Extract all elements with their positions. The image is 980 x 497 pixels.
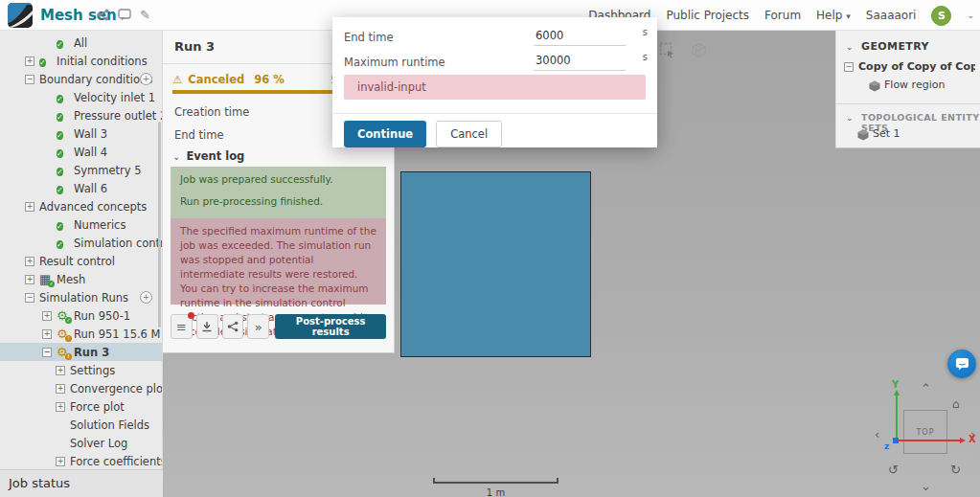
expand-icon[interactable]: + — [56, 366, 65, 375]
job-status-bar[interactable]: Job status — [0, 469, 163, 497]
tree-item-advanced-concepts[interactable]: +Advanced concepts — [0, 197, 162, 215]
tree-item-solver-log[interactable]: Solver Log — [0, 434, 162, 452]
expand-icon[interactable]: + — [25, 56, 34, 66]
home-view-icon[interactable]: ⌂ — [952, 397, 960, 411]
tree-item-label: Solution Fields — [70, 418, 149, 432]
maximum-runtime-input[interactable] — [534, 52, 626, 70]
nav-link-forum[interactable]: Forum — [764, 9, 801, 22]
tree-item-label: Simulation control — [74, 237, 163, 250]
sidebar-scrollbar[interactable] — [158, 122, 161, 328]
post-process-results-button[interactable]: Post-process results — [275, 314, 386, 339]
solid-cube-icon — [857, 129, 869, 141]
dialog-field-label: End time — [344, 31, 394, 44]
event-list-button[interactable]: ≡ — [171, 314, 193, 339]
warning-badge-icon: ! — [65, 335, 72, 342]
tree-item-wall-4[interactable]: ✓Wall 4 — [0, 143, 162, 161]
tree-item-run-951-15-6-m[interactable]: +⚙!Run 951 15.6 M — [0, 325, 162, 343]
tree-item-mesh[interactable]: +▦✓Mesh — [0, 270, 162, 288]
input-underline — [534, 27, 626, 46]
tree-item-simulation-control[interactable]: ✓Simulation control — [0, 234, 162, 252]
expand-icon[interactable]: + — [42, 311, 52, 321]
tree-item-force-coefficients-plot[interactable]: +Force coefficients plot — [0, 452, 162, 469]
nav-cube-top-face[interactable]: TOP — [903, 410, 947, 454]
mesh-clip-icon[interactable] — [691, 42, 707, 61]
rotate-down-arrow[interactable]: ⌄ — [921, 479, 931, 493]
nav-link-public-projects[interactable]: Public Projects — [666, 9, 749, 22]
rotate-up-arrow[interactable]: ⌃ — [921, 381, 931, 395]
collapse-icon[interactable]: − — [25, 293, 34, 303]
tree-item-numerics[interactable]: ✓Numerics — [0, 215, 162, 234]
tree-item-wall-6[interactable]: ✓Wall 6 — [0, 179, 162, 197]
support-chat-button[interactable] — [947, 350, 976, 378]
tree-item-convergence-plots[interactable]: +Convergence plots — [0, 379, 162, 397]
tree-item-initial-conditions[interactable]: +✓Initial conditions — [0, 52, 162, 70]
rotate-cw-icon[interactable]: ↻ — [950, 463, 961, 477]
expand-icon[interactable]: + — [25, 202, 34, 212]
z-axis-label: z — [884, 441, 889, 451]
expand-icon[interactable]: + — [42, 329, 52, 339]
account-chevron-down-icon[interactable]: ⌄ — [967, 11, 974, 20]
add-item-button[interactable]: + — [140, 291, 152, 304]
tree-item-label: Pressure outlet 2 — [74, 109, 163, 123]
flow-region-item[interactable]: Flow region — [884, 79, 945, 91]
box-select-icon[interactable] — [659, 42, 675, 61]
comment-icon[interactable] — [118, 9, 131, 24]
download-button[interactable] — [196, 314, 218, 339]
tree-item-pressure-outlet-2[interactable]: ✓Pressure outlet 2 — [0, 106, 162, 124]
username[interactable]: Saaaaori — [866, 9, 917, 22]
user-avatar[interactable]: S — [931, 6, 951, 26]
unit-label: s — [643, 27, 648, 37]
event-log-header[interactable]: ⌄Event log — [172, 149, 244, 163]
tree-item-force-plot[interactable]: +Force plot — [0, 397, 162, 416]
x-axis-line — [898, 440, 963, 441]
tree-item-run-950-1[interactable]: +⚙✓Run 950-1 — [0, 306, 162, 325]
expand-icon[interactable]: + — [56, 384, 65, 394]
entity-set-item[interactable]: Set 1 — [873, 127, 900, 140]
check-circle-icon: ✓ — [39, 55, 53, 67]
tree-item-wall-3[interactable]: ✓Wall 3 — [0, 124, 162, 143]
chevron-down-icon: ⌄ — [172, 151, 180, 162]
tree-item-run-3[interactable]: −⚙!Run 3 — [0, 343, 162, 361]
tree-item-boundary-conditions[interactable]: −Boundary conditions+ — [0, 70, 162, 88]
tree-item-solution-fields[interactable]: Solution Fields — [0, 416, 162, 434]
check-icon: ✓ — [57, 240, 63, 249]
tree-item-label: Force coefficients plot — [70, 455, 163, 468]
expand-icon[interactable]: + — [56, 457, 65, 466]
tree-item-simulation-runs[interactable]: −Simulation Runs+ — [0, 288, 162, 306]
geometry-item[interactable]: Copy of Copy of Copy of Base_... — [858, 60, 975, 73]
run-status-label: Canceled — [188, 73, 244, 86]
check-circle-icon: ✓ — [57, 237, 70, 249]
cancel-button[interactable]: Cancel — [436, 121, 502, 147]
help-menu[interactable]: Help ▾ — [816, 9, 851, 22]
tree-item-result-control[interactable]: +Result control — [0, 252, 162, 270]
chevron-down-icon[interactable]: ⌄ — [846, 42, 854, 52]
flow-region-geometry[interactable] — [400, 171, 591, 357]
expand-icon[interactable]: + — [56, 402, 65, 412]
dialog-field-row: Maximum runtimes — [332, 50, 657, 75]
check-icon: ✓ — [39, 58, 46, 67]
edit-pencil-icon[interactable]: ✎ — [140, 9, 150, 22]
add-item-button[interactable]: + — [140, 73, 152, 85]
expand-icon[interactable]: + — [25, 275, 34, 284]
continue-button[interactable]: Continue — [344, 121, 426, 147]
tree-item-velocity-inlet-1[interactable]: ✓Velocity inlet 1 — [0, 88, 162, 106]
end-time-input[interactable] — [534, 27, 626, 45]
app-logo[interactable] — [8, 3, 33, 28]
rotate-ccw-icon[interactable]: ↺ — [888, 463, 899, 477]
share-run-button[interactable] — [222, 314, 244, 339]
chevron-down-icon[interactable]: ⌄ — [846, 113, 854, 123]
geometry-section-header[interactable]: GEOMETRY — [861, 40, 929, 53]
collapse-icon[interactable]: − — [844, 62, 854, 72]
expand-icon[interactable]: + — [25, 257, 34, 266]
share-icon[interactable] — [97, 9, 109, 24]
tree-item-settings[interactable]: +Settings — [0, 361, 162, 379]
scale-bar-label: 1 m — [433, 487, 558, 497]
collapse-icon[interactable]: − — [25, 75, 34, 84]
tree-item-icon: ▦✓ — [39, 273, 53, 285]
rotate-left-arrow[interactable]: ‹ — [875, 427, 879, 441]
tree-item-all[interactable]: ✓All — [0, 34, 162, 52]
tree-item-symmetry-5[interactable]: ✓Symmetry 5 — [0, 161, 162, 179]
collapse-icon[interactable]: − — [42, 348, 52, 357]
more-actions-button[interactable]: » — [247, 314, 269, 339]
panel-divider — [836, 103, 980, 104]
